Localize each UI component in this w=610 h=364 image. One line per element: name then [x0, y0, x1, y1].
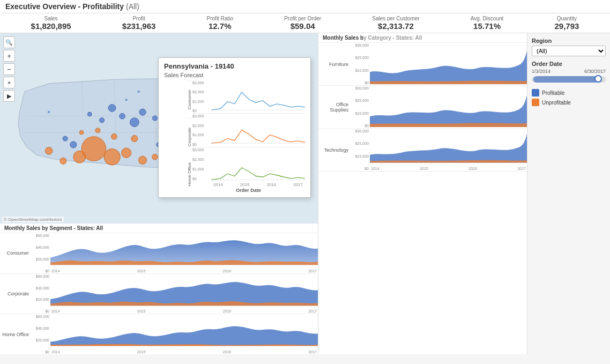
order-date-label: Order Date: [532, 61, 606, 67]
svg-point-28: [137, 91, 140, 93]
legend-unprofitable: Unprofitable: [532, 99, 606, 106]
region-filter-label: Region: [532, 38, 606, 44]
map-controls: 🔍 + − ⌖ ▶: [3, 36, 15, 102]
technology-label: Technology: [318, 129, 351, 171]
svg-point-39: [45, 147, 53, 154]
metric-sales: Sales$1,820,895: [31, 16, 71, 31]
consumer-label: Consumer: [0, 233, 31, 273]
svg-point-15: [100, 118, 105, 123]
svg-point-13: [120, 113, 125, 119]
metrics-bar: Sales$1,820,895Profit$231,963Profit Rati…: [0, 13, 610, 33]
page-header: Executive Overview - Profitability (All): [0, 0, 610, 13]
svg-point-41: [152, 154, 158, 160]
map-attribution: © OpenStreetMap contributors: [2, 217, 64, 222]
svg-point-16: [87, 112, 92, 116]
play-button[interactable]: ▶: [3, 90, 15, 102]
right-charts-title: Monthly Sales by Category - States: All: [318, 33, 527, 43]
svg-point-45: [111, 133, 117, 139]
map-tooltip: Pennsylvania - 19140 Sales Forecast Cons…: [158, 57, 311, 198]
svg-point-24: [70, 142, 77, 148]
region-filter-select[interactable]: (All): [532, 46, 606, 56]
header-filter: (All): [126, 2, 139, 11]
home-office-label: Home Office: [0, 314, 31, 354]
map-container: 🔍 + − ⌖ ▶: [0, 33, 318, 224]
date-start: 1/3/2014: [532, 69, 551, 74]
metric-profit-per-order: Profit per Order$59.04: [284, 16, 321, 31]
svg-point-47: [79, 130, 84, 135]
tooltip-location-title: Pennsylvania - 19140: [164, 62, 305, 70]
office-supplies-label: OfficeSupplies: [318, 86, 351, 128]
metric-profit: Profit$231,963: [122, 16, 156, 31]
svg-point-26: [48, 111, 50, 114]
page-title: Executive Overview - Profitability: [5, 2, 124, 11]
date-end: 6/30/2017: [584, 69, 606, 74]
legend-profitable: Profitable: [532, 89, 606, 96]
svg-point-12: [130, 118, 139, 127]
svg-point-11: [139, 109, 146, 115]
metric-profit-ratio: Profit Ratio12.7%: [207, 16, 233, 31]
sidebar-panel: Region (All) Order Date 1/3/2014 6/30/20…: [527, 33, 610, 354]
zoom-out-button[interactable]: −: [3, 63, 15, 75]
svg-point-40: [60, 158, 66, 164]
furniture-label: Furniture: [318, 43, 351, 85]
svg-point-37: [122, 148, 131, 158]
zoom-in-button[interactable]: +: [3, 50, 15, 62]
metric-quantity: Quantity29,793: [554, 16, 579, 31]
svg-point-44: [131, 135, 138, 142]
svg-point-10: [152, 116, 157, 121]
home-button[interactable]: ⌖: [3, 77, 15, 88]
metric-avg.-discount: Avg. Discount15.71%: [471, 16, 504, 31]
svg-point-25: [63, 136, 68, 141]
slider-handle[interactable]: [594, 75, 602, 83]
svg-point-46: [95, 128, 100, 133]
search-button[interactable]: 🔍: [3, 36, 15, 48]
tooltip-x-label: Order Date: [192, 188, 305, 193]
left-charts-title: Monthly Sales by Segment - States: All: [0, 224, 318, 233]
svg-point-14: [108, 105, 116, 112]
svg-point-35: [104, 149, 120, 165]
svg-point-36: [73, 151, 86, 163]
svg-point-38: [138, 156, 146, 164]
svg-point-27: [125, 99, 128, 101]
corporate-label: Corporate: [0, 274, 31, 314]
metric-sales-per-customer: Sales per Customer$2,313.72: [372, 16, 419, 31]
tooltip-chart-subtitle: Sales Forecast: [164, 72, 305, 78]
